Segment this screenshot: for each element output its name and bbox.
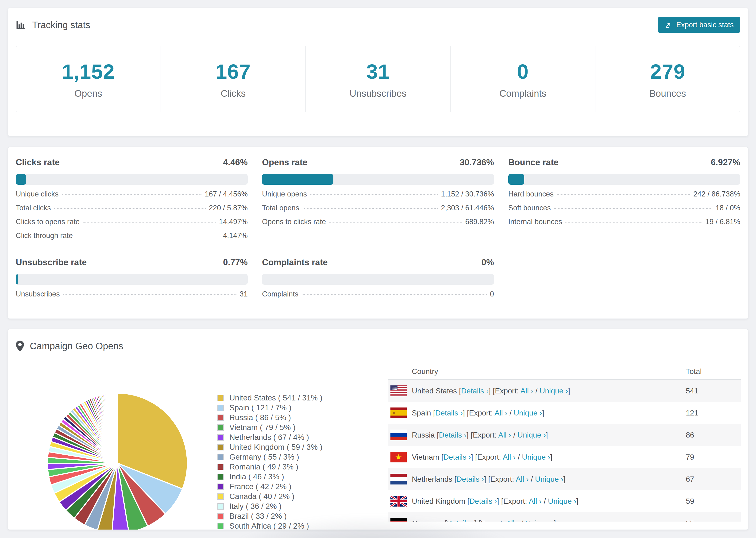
stat-value: 31 (366, 60, 390, 83)
export-all-link[interactable]: All › (506, 519, 519, 522)
rate-detail-row: Unique clicks 167 / 4.456% (16, 190, 248, 204)
geo-table-row-nl: Netherlands [Details ›] [Export: All › /… (388, 468, 741, 490)
stat-label: Bounces (649, 88, 686, 99)
geo-opens-pie-chart (40, 386, 195, 530)
rate-progress-fill (508, 174, 524, 185)
legend-swatch (217, 474, 224, 480)
rate-title: Clicks rate (16, 157, 60, 167)
export-all-link[interactable]: All › (516, 475, 529, 483)
legend-swatch (217, 464, 224, 470)
legend-label: United States ( 541 / 31% ) (229, 394, 322, 402)
rate-detail-label: Unique opens (262, 190, 307, 198)
export-unique-link[interactable]: Unique › (517, 431, 546, 439)
rate-detail-label: Click through rate (16, 232, 73, 240)
geo-body: United States ( 541 / 31% )Spain ( 121 /… (8, 363, 748, 529)
legend-swatch (217, 503, 224, 510)
legend-swatch (217, 493, 224, 500)
rate-progress-track (262, 174, 494, 185)
export-all-link[interactable]: All › (498, 431, 511, 439)
legend-item-india: India ( 46 / 3% ) (217, 472, 322, 482)
details-link[interactable]: Details › (461, 387, 489, 395)
rate-detail-label: Unsubscribes (16, 290, 60, 298)
legend-swatch (217, 444, 224, 451)
legend-item-united-states: United States ( 541 / 31% ) (217, 393, 322, 403)
legend-label: Germany ( 55 / 3% ) (229, 453, 299, 461)
legend-item-netherlands: Netherlands ( 67 / 4% ) (217, 432, 322, 442)
rate-detail-row: Click through rate 4.147% (16, 232, 248, 245)
legend-swatch (217, 405, 224, 411)
country-cell: Germany [Details ›] [Export: All › / Uni… (412, 519, 556, 522)
legend-label: South Africa ( 29 / 2% ) (229, 521, 309, 530)
stat-value: 279 (650, 60, 685, 83)
rate-detail-value: 220 / 5.87% (209, 204, 248, 212)
export-basic-stats-button[interactable]: Export basic stats (658, 17, 740, 32)
geo-title: Campaign Geo Opens (30, 341, 123, 351)
details-link[interactable]: Details › (439, 431, 466, 439)
rate-value: 30.736% (460, 157, 494, 167)
country-cell: Russia [Details ›] [Export: All › / Uniq… (412, 431, 548, 439)
rate-detail-row: Complaints 0 (262, 290, 494, 304)
total-cell: 79 (686, 453, 741, 461)
export-all-link[interactable]: All › (529, 497, 542, 506)
legend-item-vietnam: Vietnam ( 79 / 5% ) (217, 422, 322, 432)
details-link[interactable]: Details › (469, 497, 497, 506)
details-link[interactable]: Details › (435, 409, 463, 417)
rate-progress-track (16, 274, 248, 285)
tracking-stats-card: Tracking stats Export basic stats 1,152O… (8, 8, 748, 136)
bar-chart-icon (16, 20, 27, 30)
country-cell: United States [Details ›] [Export: All ›… (412, 387, 570, 395)
rate-section-complaints-rate: Complaints rate 0% Complaints 0 (262, 257, 494, 304)
legend-label: Russia ( 86 / 5% ) (229, 413, 291, 422)
export-unique-link[interactable]: Unique › (522, 453, 550, 461)
dotted-leader (566, 222, 702, 223)
rate-detail-label: Opens to clicks rate (262, 218, 326, 226)
export-all-link[interactable]: All › (495, 409, 507, 417)
rate-detail-row: Total clicks 220 / 5.87% (16, 204, 248, 218)
column-header-total: Total (686, 367, 741, 376)
country-cell: United Kingdom [Details ›] [Export: All … (412, 497, 578, 506)
export-unique-link[interactable]: Unique › (540, 387, 568, 395)
flag-icon-nl (391, 474, 406, 484)
details-link[interactable]: Details › (444, 453, 471, 461)
dotted-leader (83, 222, 216, 223)
legend-item-canada: Canada ( 40 / 2% ) (217, 492, 322, 501)
rate-detail-label: Clicks to opens rate (16, 218, 80, 226)
export-unique-link[interactable]: Unique › (548, 497, 576, 506)
export-all-link[interactable]: All › (520, 387, 533, 395)
legend-swatch (217, 454, 224, 460)
dotted-leader (302, 294, 487, 295)
geo-country-table: Country Total United States [Details ›] … (388, 363, 741, 521)
export-icon (665, 21, 673, 29)
export-all-link[interactable]: All › (503, 453, 515, 461)
rate-progress-fill (16, 174, 26, 185)
country-cell: Netherlands [Details ›] [Export: All › /… (412, 475, 566, 484)
legend-label: Spain ( 121 / 7% ) (229, 403, 291, 412)
legend-item-france: France ( 42 / 2% ) (217, 482, 322, 492)
export-unique-link[interactable]: Unique › (514, 409, 542, 417)
dotted-leader (303, 208, 438, 209)
rate-title: Unsubscribe rate (16, 257, 87, 267)
legend-label: Brazil ( 33 / 2% ) (229, 512, 287, 521)
rate-title: Opens rate (262, 157, 307, 167)
dotted-leader (310, 194, 438, 195)
rate-detail-row: Internal bounces 19 / 6.81% (508, 218, 740, 232)
rate-value: 6.927% (711, 157, 740, 167)
details-link[interactable]: Details › (457, 475, 484, 483)
rates-card: Clicks rate 4.46% Unique clicks 167 / 4.… (8, 147, 748, 319)
country-cell: Vietnam [Details ›] [Export: All › / Uni… (412, 453, 553, 461)
rate-detail-row: Soft bounces 18 / 0% (508, 204, 740, 218)
details-link[interactable]: Details › (447, 519, 474, 522)
export-unique-link[interactable]: Unique › (525, 519, 554, 522)
page-title: Tracking stats (32, 20, 90, 30)
rate-detail-value: 0 (490, 290, 494, 298)
stat-box-unsubscribes: 31Unsubscribes (306, 46, 451, 112)
export-unique-link[interactable]: Unique › (535, 475, 564, 483)
flag-icon-us (391, 385, 406, 396)
flag-icon-de (391, 518, 406, 521)
campaign-geo-opens-card: Campaign Geo Opens United States ( 541 /… (8, 329, 748, 530)
pie-slice (117, 393, 117, 463)
rate-detail-value: 14.497% (219, 218, 248, 226)
dotted-leader (76, 236, 220, 237)
rate-detail-value: 242 / 86.738% (693, 190, 740, 198)
legend-item-south-africa: South Africa ( 29 / 2% ) (217, 521, 322, 530)
